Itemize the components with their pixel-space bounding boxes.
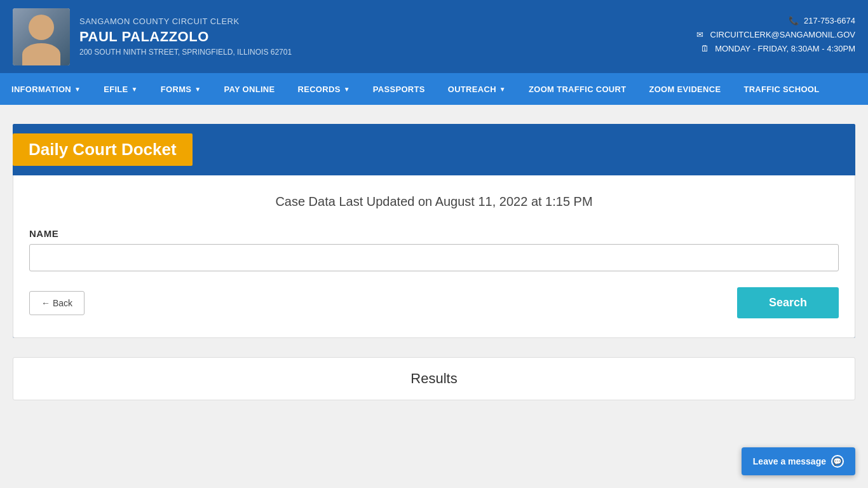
back-button[interactable]: ← Back — [29, 291, 85, 315]
header-info: SANGAMON COUNTY CIRCUIT CLERK PAUL PALAZ… — [79, 17, 292, 57]
form-section: Case Data Last Updated on August 11, 202… — [13, 175, 855, 338]
chat-bubble-icon: 💬 — [831, 455, 844, 468]
name-input[interactable] — [29, 244, 839, 271]
nav-label-pay-online: PAY ONLINE — [224, 85, 275, 94]
nav-item-zoom-traffic-court[interactable]: ZOOM TRAFFIC COURT — [517, 73, 637, 105]
nav-label-information: INFORMATION — [11, 85, 71, 94]
main-nav: INFORMATION ▼ EFILE ▼ FORMS ▼ PAY ONLINE… — [0, 73, 868, 105]
nav-label-forms: FORMS — [161, 85, 191, 94]
email-address: CIRCUITCLERK@SANGAMONIL.GOV — [710, 30, 855, 39]
header-contact: 📞 217-753-6674 ✉ CIRCUITCLERK@SANGAMONIL… — [695, 16, 855, 58]
nav-item-records[interactable]: RECORDS ▼ — [287, 73, 362, 105]
nav-label-zoom-evidence: ZOOM EVIDENCE — [649, 85, 721, 94]
nav-item-outreach[interactable]: OUTREACH ▼ — [437, 73, 517, 105]
phone-icon: 📞 — [789, 16, 799, 26]
nav-label-outreach: OUTREACH — [448, 85, 496, 94]
name-form-group: NAME — [29, 228, 839, 271]
form-actions: ← Back Search — [29, 287, 839, 318]
avatar — [13, 8, 70, 65]
chevron-down-icon: ▼ — [74, 86, 81, 93]
page-title-wrapper: Daily Court Docket — [13, 124, 855, 175]
phone-number: 217-753-6674 — [804, 16, 855, 25]
name-label: NAME — [29, 228, 839, 239]
header-left: SANGAMON COUNTY CIRCUIT CLERK PAUL PALAZ… — [13, 8, 292, 65]
nav-label-traffic-school: TRAFFIC SCHOOL — [743, 85, 819, 94]
nav-label-efile: EFILE — [104, 85, 128, 94]
results-section: Results — [13, 357, 855, 400]
nav-item-pay-online[interactable]: PAY ONLINE — [212, 73, 286, 105]
chevron-down-icon: ▼ — [194, 86, 201, 93]
calendar-icon: 🗓 — [700, 44, 710, 54]
email-item: ✉ CIRCUITCLERK@SANGAMONIL.GOV — [695, 30, 855, 40]
content-box: Daily Court Docket Case Data Last Update… — [13, 124, 855, 338]
nav-label-records: RECORDS — [298, 85, 341, 94]
nav-item-zoom-evidence[interactable]: ZOOM EVIDENCE — [637, 73, 732, 105]
main-content: Daily Court Docket Case Data Last Update… — [0, 105, 868, 419]
chevron-down-icon: ▼ — [499, 86, 506, 93]
phone-item: 📞 217-753-6674 — [695, 16, 855, 26]
nav-item-efile[interactable]: EFILE ▼ — [92, 73, 149, 105]
nav-label-passports: PASSPORTS — [373, 85, 425, 94]
org-name: SANGAMON COUNTY CIRCUIT CLERK — [79, 17, 292, 26]
page-title: Daily Court Docket — [13, 133, 193, 166]
results-title: Results — [29, 370, 839, 387]
nav-label-zoom-traffic-court: ZOOM TRAFFIC COURT — [529, 85, 626, 94]
person-name: PAUL PALAZZOLO — [79, 29, 292, 45]
search-button[interactable]: Search — [737, 287, 839, 318]
chevron-down-icon: ▼ — [132, 86, 138, 93]
site-header: SANGAMON COUNTY CIRCUIT CLERK PAUL PALAZ… — [0, 0, 868, 73]
nav-item-passports[interactable]: PASSPORTS — [362, 73, 437, 105]
chevron-down-icon: ▼ — [344, 86, 350, 93]
email-icon: ✉ — [695, 30, 705, 40]
hours-item: 🗓 MONDAY - FRIDAY, 8:30AM - 4:30PM — [695, 44, 855, 54]
live-chat-button[interactable]: Leave a message 💬 — [742, 447, 855, 475]
last-updated-text: Case Data Last Updated on August 11, 202… — [29, 194, 839, 209]
office-hours: MONDAY - FRIDAY, 8:30AM - 4:30PM — [715, 44, 855, 53]
address: 200 SOUTH NINTH STREET, SPRINGFIELD, ILL… — [79, 48, 292, 57]
live-chat-label: Leave a message — [753, 456, 826, 466]
nav-item-information[interactable]: INFORMATION ▼ — [0, 73, 92, 105]
nav-item-forms[interactable]: FORMS ▼ — [149, 73, 213, 105]
nav-item-traffic-school[interactable]: TRAFFIC SCHOOL — [732, 73, 831, 105]
